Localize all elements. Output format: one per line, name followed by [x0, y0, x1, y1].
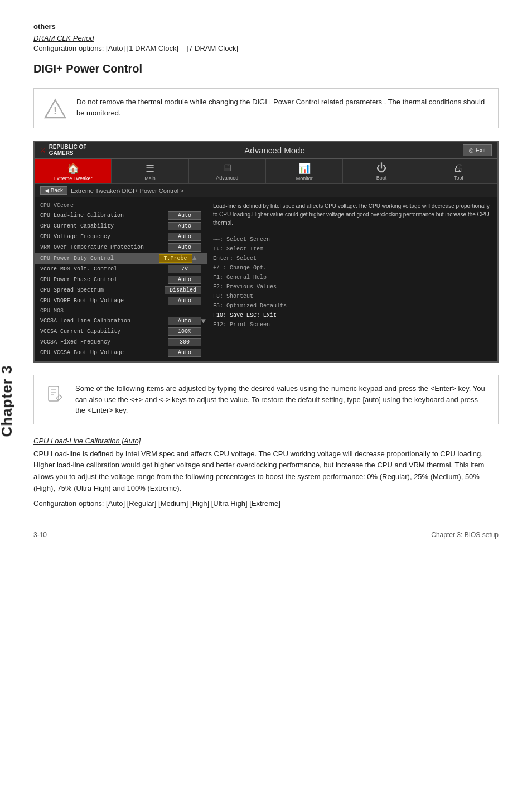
nav-monitor-label: Monitor [296, 176, 313, 181]
cpu-vccsa-boot-row[interactable]: CPU VCCSA Boot Up Voltage Auto [35, 347, 207, 358]
note-box: Some of the following items are adjusted… [33, 375, 499, 424]
back-button[interactable]: ◀ Back [40, 186, 67, 195]
bios-main-area: CPU VCcore CPU Load-line Calibration Aut… [35, 197, 497, 361]
boot-icon: ⏻ [376, 162, 386, 174]
tweaker-icon: 🏠 [67, 162, 79, 175]
nav-advanced-label: Advanced [216, 175, 238, 181]
bios-exit-button[interactable]: ⎋ Exit [463, 144, 492, 156]
nav-boot[interactable]: ⏻ Boot [343, 159, 420, 183]
page-footer: 3-10 Chapter 3: BIOS setup [33, 526, 499, 539]
bios-logo-text: REPUBLIC OF GAMERS [49, 144, 87, 156]
cpu-load-para2: Configuration options: [Auto] [Regular] … [33, 498, 499, 510]
nav-monitor[interactable]: 📊 Monitor [266, 159, 343, 183]
cpu-mos-label: CPU MOS [35, 306, 207, 316]
shortcut-f2: F2: Previous Values [213, 282, 492, 292]
vccsa-current-cap-row[interactable]: VCCSA Current Capability 100% [35, 326, 207, 337]
monitor-icon: 📊 [298, 162, 311, 175]
bios-left-panel: CPU VCcore CPU Load-line Calibration Aut… [35, 197, 207, 361]
shortcut-change: +/-: Change Opt. [213, 263, 492, 273]
others-title: others [33, 22, 499, 31]
tool-icon: 🖨 [453, 162, 463, 174]
vccsa-load-line-row[interactable]: VCCSA Load-line Calibration Auto ▼ [35, 316, 207, 326]
vccsa-fixed-freq-row[interactable]: VCCSA Fixed Frequency 300 [35, 337, 207, 347]
advanced-icon: 🖥 [222, 162, 232, 174]
dram-clk-desc: Configuration options: [Auto] [1 DRAM Cl… [33, 44, 499, 52]
nav-extreme-tweaker-label: Extreme Tweaker [54, 176, 93, 181]
bios-topbar: ⚔ REPUBLIC OF GAMERS Advanced Mode ⎋ Exi… [35, 142, 497, 159]
shortcut-enter: Enter: Select [213, 254, 492, 263]
nav-main-label: Main [144, 176, 156, 181]
bios-breadcrumb: ◀ Back Extreme Tweaker\ DIGI+ Power Cont… [35, 184, 497, 197]
footer-chapter: Chapter 3: BIOS setup [431, 531, 499, 539]
bios-shortcut-list: →←: Select Screen ↑↓: Select Item Enter:… [213, 235, 492, 330]
warning-box: ! Do not remove the thermal module while… [33, 88, 499, 128]
dram-clk-title: DRAM CLK Period [33, 34, 499, 42]
warning-text: Do not remove the thermal module while c… [76, 96, 488, 118]
breadcrumb-path: Extreme Tweaker\ DIGI+ Power Control > [71, 187, 184, 194]
nav-extreme-tweaker[interactable]: 🏠 Extreme Tweaker [35, 159, 112, 183]
nav-main[interactable]: ☰ Main [112, 159, 188, 183]
chapter-sidebar: Chapter 3 [0, 365, 16, 437]
cpu-load-para1: CPU Load-line is defined by Intel VRM sp… [33, 448, 499, 495]
cpu-power-duty-row[interactable]: CPU Power Duty Control T.Probe ▲ [35, 253, 207, 264]
shortcut-f1: F1: General Help [213, 273, 492, 282]
cpu-load-title: CPU Load-Line Calibration [Auto] [33, 437, 499, 445]
bios-help-text: Load-line is defined by Intel spec and a… [213, 202, 492, 227]
cpu-power-phase-row[interactable]: CPU Power Phase Control Auto [35, 274, 207, 285]
digi-heading: DIGI+ Power Control [33, 62, 499, 81]
svg-line-6 [60, 395, 62, 397]
warning-icon: ! [44, 98, 66, 120]
cpu-current-capability-row[interactable]: CPU Current Capability Auto [35, 221, 207, 231]
exit-icon: ⎋ [469, 146, 473, 154]
nav-tool[interactable]: 🖨 Tool [420, 159, 497, 183]
cpu-vccore-label: CPU VCcore [35, 201, 207, 210]
nav-tool-label: Tool [454, 175, 463, 181]
footer-page-number: 3-10 [33, 531, 47, 539]
nav-advanced[interactable]: 🖥 Advanced [189, 159, 266, 183]
cpu-voltage-freq-row[interactable]: CPU Voltage Frequency Auto [35, 231, 207, 242]
rog-icon: ⚔ [40, 144, 46, 156]
cpu-load-line-row[interactable]: CPU Load-line Calibration Auto [35, 210, 207, 221]
shortcut-f10: F10: Save ESC: Exit [213, 311, 492, 320]
cpu-load-section: CPU Load-Line Calibration [Auto] CPU Loa… [33, 437, 499, 510]
bios-nav: 🏠 Extreme Tweaker ☰ Main 🖥 Advanced 📊 Mo… [35, 159, 497, 184]
shortcut-f5: F5: Optimized Defaults [213, 301, 492, 311]
cpu-spread-spectrum-row[interactable]: CPU Spread Spectrum Disabled [35, 285, 207, 296]
bios-screen: ⚔ REPUBLIC OF GAMERS Advanced Mode ⎋ Exi… [33, 141, 499, 363]
shortcut-screen: →←: Select Screen [213, 235, 492, 244]
shortcut-f12: F12: Print Screen [213, 320, 492, 330]
others-section: others DRAM CLK Period Configuration opt… [33, 22, 499, 52]
vcore-mos-volt-row[interactable]: Vcore MOS Volt. Control 7V [35, 264, 207, 274]
svg-text:!: ! [54, 105, 57, 117]
note-icon [44, 384, 65, 405]
note-text: Some of the following items are adjusted… [75, 383, 488, 416]
shortcut-f8: F8: Shortcut [213, 292, 492, 301]
bios-mode-title: Advanced Mode [244, 146, 304, 155]
bios-right-panel: Load-line is defined by Intel spec and a… [207, 197, 497, 361]
main-icon: ☰ [146, 162, 154, 175]
vrm-over-temp-row[interactable]: VRM Over Temperature Protection Auto [35, 242, 207, 253]
bios-logo: ⚔ REPUBLIC OF GAMERS [40, 144, 86, 156]
back-arrow-icon: ◀ [45, 187, 49, 194]
nav-boot-label: Boot [376, 175, 387, 181]
cpu-vdore-boot-row[interactable]: CPU VDORE Boot Up Voltage Auto [35, 296, 207, 306]
shortcut-item: ↑↓: Select Item [213, 244, 492, 254]
